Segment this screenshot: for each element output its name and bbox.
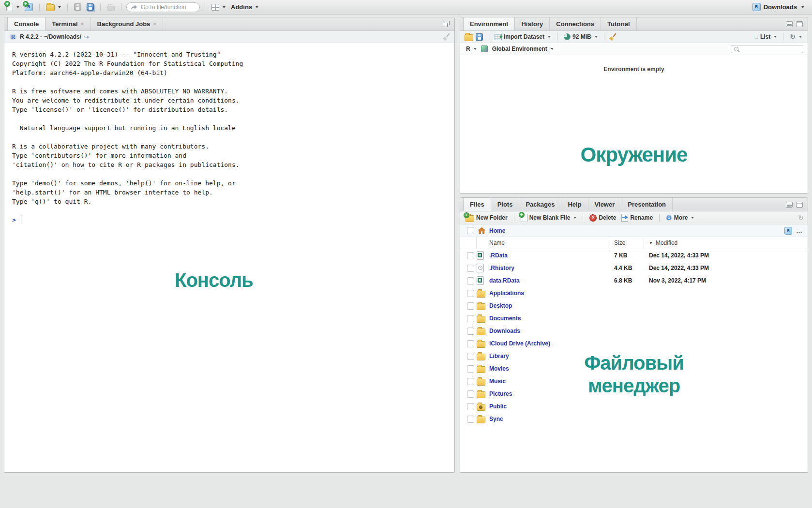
- column-header-modified[interactable]: ▼ Modified: [644, 237, 808, 249]
- language-selector[interactable]: R: [465, 45, 478, 52]
- file-name-link[interactable]: .RData: [489, 252, 508, 259]
- row-checkbox[interactable]: [467, 340, 474, 347]
- new-blank-file-button[interactable]: New Blank File: [519, 214, 578, 222]
- rename-button[interactable]: Rename: [620, 214, 654, 222]
- project-chooser[interactable]: Downloads: [752, 3, 804, 11]
- tab-files[interactable]: Files: [463, 198, 491, 211]
- file-type-icon: [477, 404, 485, 411]
- table-row[interactable]: Downloads: [460, 325, 808, 337]
- row-checkbox[interactable]: [467, 403, 474, 410]
- file-name-link[interactable]: Desktop: [489, 302, 512, 309]
- console-body[interactable]: R version 4.2.2 (2022-10-31) -- "Innocen…: [4, 43, 454, 472]
- file-size: 6.8 KB: [614, 277, 632, 284]
- maximize-pane-icon[interactable]: [796, 21, 803, 27]
- close-icon[interactable]: ×: [81, 21, 84, 28]
- chevron-down-icon: [573, 217, 576, 219]
- delete-button[interactable]: Delete: [588, 214, 617, 222]
- new-project-button[interactable]: [23, 3, 34, 11]
- scope-selector[interactable]: Global Environment: [491, 45, 555, 52]
- save-all-button[interactable]: [85, 3, 95, 11]
- row-checkbox[interactable]: [467, 290, 474, 297]
- tab-presentation[interactable]: Presentation: [621, 198, 673, 211]
- row-checkbox[interactable]: [467, 265, 474, 272]
- environment-annotation-label: Окружение: [460, 143, 808, 166]
- tab-tutorial[interactable]: Tutorial: [601, 17, 637, 30]
- refresh-environment-button[interactable]: ↻: [788, 33, 803, 40]
- tab-packages[interactable]: Packages: [519, 198, 561, 211]
- table-row[interactable]: .Rhistory 4.4 KB Dec 14, 2022, 4:33 PM: [460, 262, 808, 274]
- new-file-button[interactable]: [5, 3, 21, 11]
- file-type-icon: [477, 329, 485, 335]
- file-name-link[interactable]: .Rhistory: [489, 265, 514, 271]
- more-label: More: [674, 214, 688, 221]
- environment-search-box[interactable]: [731, 45, 803, 53]
- table-row[interactable]: Public: [460, 400, 808, 413]
- tab-background-jobs[interactable]: Background Jobs×: [91, 17, 164, 30]
- tab-history[interactable]: History: [515, 17, 550, 30]
- new-folder-button[interactable]: New Folder: [464, 214, 509, 222]
- list-view-button[interactable]: ≡ List: [753, 33, 778, 41]
- breadcrumb[interactable]: Home: [489, 227, 505, 234]
- table-row[interactable]: Sync: [460, 413, 808, 425]
- import-dataset-button[interactable]: Import Dataset: [493, 33, 552, 40]
- addins-button[interactable]: Addins: [229, 3, 260, 11]
- search-icon: [734, 47, 738, 51]
- tab-console-label: Console: [14, 20, 39, 28]
- row-checkbox[interactable]: [467, 277, 474, 284]
- save-workspace-icon[interactable]: [476, 33, 483, 41]
- table-row[interactable]: Applications: [460, 287, 808, 299]
- print-button[interactable]: [105, 3, 116, 11]
- file-type-icon: [477, 291, 485, 298]
- file-name-link[interactable]: Public: [489, 403, 507, 410]
- tab-plots[interactable]: Plots: [491, 198, 520, 211]
- row-checkbox[interactable]: [467, 328, 474, 335]
- open-file-button[interactable]: [45, 3, 62, 11]
- r-project-folder-icon[interactable]: [784, 227, 792, 235]
- tab-help[interactable]: Help: [561, 198, 588, 211]
- open-directory-icon[interactable]: ↪: [84, 33, 89, 41]
- tab-terminal[interactable]: Terminal×: [45, 17, 90, 30]
- row-checkbox[interactable]: [467, 315, 474, 322]
- table-row[interactable]: .RData 7 KB Dec 14, 2022, 4:33 PM: [460, 249, 808, 262]
- goto-file-box[interactable]: [126, 2, 200, 12]
- file-name-link[interactable]: iCloud Drive (Archive): [489, 340, 550, 347]
- tab-viewer[interactable]: Viewer: [588, 198, 622, 211]
- environment-search-input[interactable]: [741, 45, 801, 52]
- maximize-pane-icon[interactable]: [796, 202, 803, 208]
- row-checkbox[interactable]: [467, 416, 474, 423]
- file-name-link[interactable]: Applications: [489, 290, 524, 297]
- file-name-link[interactable]: Sync: [489, 416, 503, 422]
- minimize-pane-icon[interactable]: [786, 202, 793, 208]
- chevron-down-icon: [691, 217, 694, 219]
- clear-environment-icon[interactable]: [609, 33, 617, 41]
- file-name-link[interactable]: data.RData: [489, 277, 520, 284]
- load-workspace-icon[interactable]: [465, 34, 473, 41]
- console-input-line[interactable]: >: [12, 215, 454, 224]
- workspace-panes-button[interactable]: [210, 4, 227, 11]
- column-header-size[interactable]: Size: [610, 237, 644, 249]
- goto-file-input[interactable]: [140, 3, 199, 11]
- table-row[interactable]: iCloud Drive (Archive): [460, 337, 808, 350]
- table-row[interactable]: Desktop: [460, 299, 808, 312]
- memory-usage-button[interactable]: 92 MiB: [562, 33, 599, 40]
- more-button[interactable]: ⚙ More: [664, 214, 695, 221]
- divider: [67, 3, 68, 11]
- row-checkbox[interactable]: [467, 302, 474, 310]
- save-button[interactable]: [73, 3, 83, 11]
- column-header-name[interactable]: Name: [489, 237, 610, 249]
- row-checkbox[interactable]: [467, 252, 474, 259]
- table-row[interactable]: data.RData 6.8 KB Nov 3, 2022, 4:17 PM: [460, 274, 808, 287]
- select-all-checkbox[interactable]: [467, 227, 474, 234]
- refresh-files-icon[interactable]: ↻: [798, 214, 804, 221]
- file-name-link[interactable]: Documents: [489, 315, 521, 322]
- tab-environment[interactable]: Environment: [463, 17, 515, 30]
- tab-connections[interactable]: Connections: [550, 17, 601, 30]
- minimize-pane-icon[interactable]: [786, 21, 793, 27]
- table-row[interactable]: Documents: [460, 312, 808, 325]
- tab-console[interactable]: Console: [7, 17, 45, 30]
- file-name-link[interactable]: Downloads: [489, 328, 520, 334]
- close-icon[interactable]: ×: [153, 21, 156, 28]
- restore-pane-icon[interactable]: [443, 21, 450, 27]
- path-more-button[interactable]: …: [796, 227, 803, 234]
- clear-console-icon[interactable]: [443, 33, 450, 41]
